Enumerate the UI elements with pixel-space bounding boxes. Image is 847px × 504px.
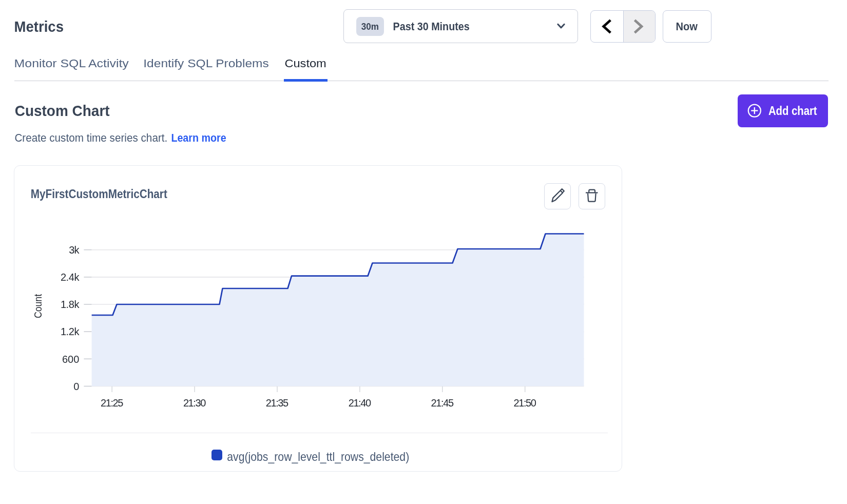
svg-text:600: 600 (62, 354, 80, 365)
svg-text:21:45: 21:45 (431, 397, 454, 409)
svg-text:avg(jobs_row_level_ttl_rows_de: avg(jobs_row_level_ttl_rows_deleted) (227, 450, 409, 463)
svg-text:21:50: 21:50 (514, 397, 536, 409)
svg-text:30m: 30m (361, 21, 379, 32)
svg-text:21:25: 21:25 (101, 397, 123, 409)
svg-text:Count: Count (32, 294, 44, 319)
svg-text:Identify SQL Problems: Identify SQL Problems (143, 57, 269, 70)
svg-text:0: 0 (73, 381, 79, 392)
svg-text:Past 30 Minutes: Past 30 Minutes (393, 20, 470, 33)
svg-text:3k: 3k (69, 244, 80, 256)
svg-text:21:40: 21:40 (349, 397, 371, 409)
svg-text:21:30: 21:30 (183, 397, 206, 409)
svg-text:Metrics: Metrics (14, 18, 64, 35)
svg-text:21:35: 21:35 (266, 397, 288, 409)
svg-text:Monitor SQL Activity: Monitor SQL Activity (14, 57, 129, 70)
svg-text:2.4k: 2.4k (61, 272, 80, 283)
svg-text:Custom Chart: Custom Chart (15, 102, 110, 119)
svg-text:Create custom time series char: Create custom time series chart. (14, 131, 167, 144)
svg-text:Learn more: Learn more (171, 131, 226, 144)
svg-text:1.8k: 1.8k (61, 299, 80, 310)
svg-text:Custom: Custom (284, 57, 326, 70)
svg-text:Add chart: Add chart (768, 104, 817, 118)
svg-text:MyFirstCustomMetricChart: MyFirstCustomMetricChart (31, 187, 167, 201)
svg-text:1.2k: 1.2k (61, 326, 80, 337)
svg-text:Now: Now (676, 20, 698, 33)
